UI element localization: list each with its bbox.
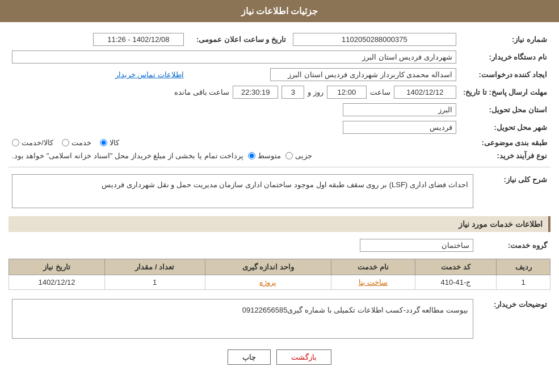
col-header-date: تاریخ نیاز bbox=[9, 259, 105, 275]
basic-info-table: شماره نیاز: 1102050288000375 تاریخ و ساع… bbox=[9, 31, 550, 162]
buyer-org-value: شهرداری فردیس استان البرز bbox=[12, 50, 456, 64]
col-header-unit: واحد اندازه گیری bbox=[205, 259, 331, 275]
category-radio-kala-khedmat[interactable] bbox=[12, 139, 19, 146]
deadline-label: مهلت ارسال پاسخ: تا تاریخ: bbox=[460, 83, 550, 101]
category-kala-khedmat-label: کالا/خدمت bbox=[22, 138, 53, 147]
category-kala-label: کالا bbox=[110, 138, 119, 147]
print-button[interactable]: چاپ bbox=[228, 349, 271, 365]
province-label: استان محل تحویل: bbox=[460, 101, 550, 119]
city-label: شهر محل تحویل: bbox=[460, 119, 550, 136]
announce-date-label: تاریخ و ساعت اعلان عمومی: bbox=[187, 31, 289, 48]
process-motavasset-label: متوسط bbox=[258, 151, 281, 160]
category-radio-group: کالا/خدمت خدمت کالا bbox=[12, 138, 456, 147]
city-value: فردیس bbox=[343, 121, 456, 134]
contact-link[interactable]: اطلاعات تماس خریدار bbox=[115, 70, 184, 79]
buyer-desc-table: توضیحات خریدار: بیوست مطالعه گردد-کسب اط… bbox=[9, 297, 550, 341]
buttons-row: بازگشت چاپ bbox=[9, 349, 550, 365]
need-number-value: 1102050288000375 bbox=[293, 33, 456, 46]
category-radio-kala[interactable] bbox=[100, 139, 107, 146]
creator-label: ایجاد کننده درخواست: bbox=[460, 66, 550, 83]
need-desc-table: شرح کلی نیاز: احداث فضای اداری (LSF) بر … bbox=[9, 172, 550, 210]
process-option-motavasset: متوسط bbox=[248, 151, 281, 160]
category-option-kala-khedmat: کالا/خدمت bbox=[12, 138, 53, 147]
cell-code: ج-41-410 bbox=[415, 275, 497, 290]
province-value: البرز bbox=[343, 103, 456, 116]
deadline-remain-label: ساعت باقی مانده bbox=[174, 88, 229, 96]
category-khedmat-label: خدمت bbox=[72, 138, 91, 147]
cell-unit[interactable]: پروژه bbox=[205, 275, 331, 290]
col-header-name: نام خدمت bbox=[331, 259, 415, 275]
deadline-time: 12:00 bbox=[327, 86, 367, 99]
service-group-table: گروه خدمت: ساختمان bbox=[9, 237, 550, 254]
services-table: ردیف کد خدمت نام خدمت واحد اندازه گیری ت… bbox=[9, 259, 550, 290]
category-label: طبقه بندی موضوعی: bbox=[460, 136, 550, 149]
page-wrapper: جزئیات اطلاعات نیاز شماره نیاز: 11020502… bbox=[0, 0, 559, 392]
buyer-desc-label: توضیحات خریدار: bbox=[477, 297, 550, 341]
creator-value: اسداله محمدی کاربرداز شهرداری فردیس استا… bbox=[270, 68, 456, 81]
page-header: جزئیات اطلاعات نیاز bbox=[0, 0, 559, 22]
cell-qty: 1 bbox=[104, 275, 205, 290]
page-title: جزئیات اطلاعات نیاز bbox=[241, 6, 318, 16]
need-desc-label: شرح کلی نیاز: bbox=[477, 172, 550, 210]
divider-1 bbox=[9, 167, 550, 167]
buyer-org-label: نام دستگاه خریدار: bbox=[460, 48, 550, 66]
cell-name[interactable]: ساخت بنا bbox=[331, 275, 415, 290]
process-row: پرداخت تمام یا بخشی از مبلغ خریداز محل "… bbox=[12, 151, 456, 160]
process-note: پرداخت تمام یا بخشی از مبلغ خریداز محل "… bbox=[12, 151, 243, 160]
service-group-value: ساختمان bbox=[360, 239, 473, 252]
back-button[interactable]: بازگشت bbox=[276, 349, 331, 365]
deadline-time-label: ساعت bbox=[370, 88, 390, 96]
process-radio-motavasset[interactable] bbox=[248, 152, 255, 159]
need-number-label: شماره نیاز: bbox=[460, 31, 550, 48]
need-desc-value: احداث فضای اداری (LSF) بر روی سقف طبقه ا… bbox=[12, 174, 473, 208]
col-header-row: ردیف bbox=[497, 259, 550, 275]
deadline-date: 1402/12/12 bbox=[394, 86, 456, 99]
col-header-code: کد خدمت bbox=[415, 259, 497, 275]
col-header-qty: تعداد / مقدار bbox=[104, 259, 205, 275]
deadline-remain: 22:30:19 bbox=[233, 86, 278, 99]
services-section-title: اطلاعات خدمات مورد نیاز bbox=[9, 216, 550, 232]
cell-row: 1 bbox=[497, 275, 550, 290]
buyer-desc-value: بیوست مطالعه گردد-کسب اطلاعات تکمیلی با … bbox=[12, 299, 473, 339]
service-group-label: گروه خدمت: bbox=[477, 237, 550, 254]
deadline-days-label: روز و bbox=[308, 88, 323, 96]
category-option-khedmat: خدمت bbox=[62, 138, 91, 147]
main-content: شماره نیاز: 1102050288000375 تاریخ و ساع… bbox=[0, 22, 559, 382]
category-option-kala: کالا bbox=[100, 138, 119, 147]
process-label: نوع فرآیند خرید: bbox=[460, 149, 550, 162]
process-radio-jozii[interactable] bbox=[285, 152, 293, 159]
process-option-jozii: جزیی bbox=[285, 151, 312, 160]
cell-date: 1402/12/12 bbox=[9, 275, 105, 290]
deadline-days: 3 bbox=[281, 86, 304, 99]
table-row: 1 ج-41-410 ساخت بنا پروژه 1 1402/12/12 bbox=[9, 275, 550, 290]
announce-date-value: 1402/12/08 - 11:26 bbox=[93, 33, 184, 46]
process-jozii-label: جزیی bbox=[295, 151, 312, 160]
category-radio-khedmat[interactable] bbox=[62, 139, 69, 146]
